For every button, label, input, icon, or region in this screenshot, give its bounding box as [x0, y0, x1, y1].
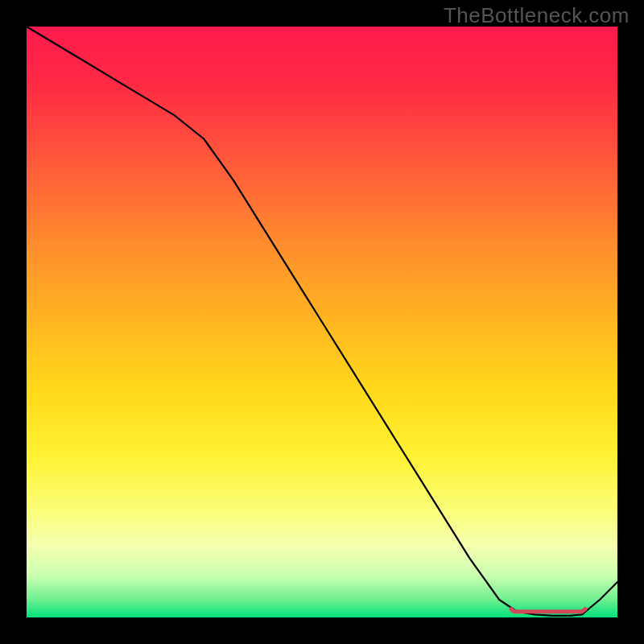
chart-frame: TheBottleneck.com [0, 0, 644, 644]
data-curve [27, 27, 617, 616]
watermark-text: TheBottleneck.com [444, 3, 630, 28]
plot-area [27, 27, 617, 617]
chart-svg [27, 27, 617, 617]
optimum-marker [511, 609, 585, 612]
